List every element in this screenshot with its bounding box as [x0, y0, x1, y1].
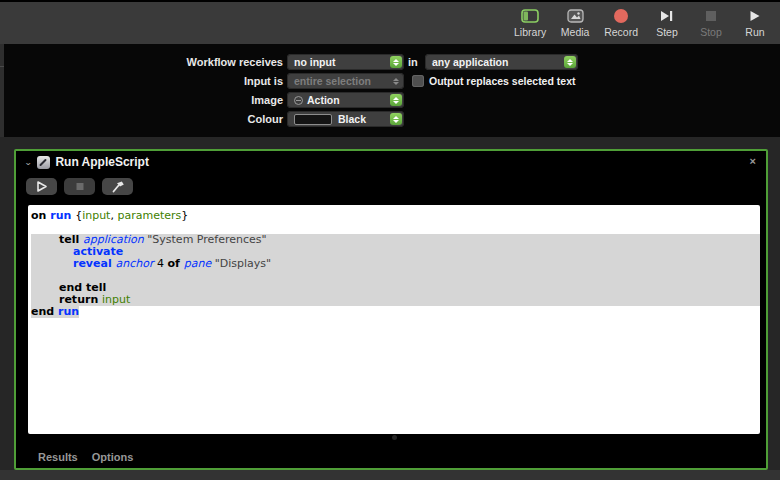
- image-dropdown[interactable]: Action: [287, 92, 404, 108]
- black-swatch-icon: [294, 114, 332, 125]
- output-replaces-checkbox[interactable]: [412, 75, 424, 87]
- run-script-button[interactable]: [26, 178, 57, 195]
- action-title: Run AppleScript: [55, 155, 149, 169]
- image-value: Action: [307, 94, 340, 106]
- disclosure-chevron-icon[interactable]: ⌄: [24, 158, 32, 167]
- colour-value: Black: [338, 113, 366, 125]
- script-controls: [26, 178, 133, 195]
- workflow-receives-row: Workflow receives no input in any applic…: [0, 54, 780, 70]
- workflow-receives-value: no input: [294, 56, 335, 68]
- toolbar-media-button[interactable]: Media: [560, 8, 590, 38]
- toolbar-step-button[interactable]: Step: [652, 8, 682, 38]
- image-label: Image: [0, 92, 283, 108]
- output-replaces-label: Output replaces selected text: [429, 74, 575, 88]
- image-row: Image Action: [0, 92, 780, 108]
- action-footer: Results Options: [38, 451, 133, 463]
- stop-script-button: [64, 178, 95, 195]
- toolbar-run-button[interactable]: Run: [740, 8, 770, 38]
- stepper-icon: [390, 94, 402, 106]
- toolbar-stop-label: Stop: [700, 26, 722, 38]
- compile-script-button[interactable]: [102, 178, 133, 195]
- input-is-dropdown: entire selection: [287, 73, 404, 89]
- toolbar-media-label: Media: [561, 26, 590, 38]
- application-dropdown[interactable]: any application: [425, 54, 578, 70]
- toolbar-library-button[interactable]: Library: [514, 8, 546, 38]
- input-is-label: Input is: [0, 73, 283, 89]
- input-is-row: Input is entire selection Output replace…: [0, 73, 780, 89]
- colour-label: Colour: [0, 111, 283, 127]
- workflow-receives-dropdown[interactable]: no input: [287, 54, 404, 70]
- stop-icon: [72, 180, 88, 193]
- toolbar-record-label: Record: [604, 26, 638, 38]
- resize-handle[interactable]: [392, 435, 397, 440]
- applescript-icon: [37, 156, 50, 169]
- run-icon: [749, 8, 761, 24]
- run-applescript-action: ⌄ Run AppleScript × on run {input, param…: [14, 149, 768, 470]
- stepper-icon: [390, 113, 402, 125]
- toolbar-record-button[interactable]: Record: [604, 8, 638, 38]
- toolbar-library-label: Library: [514, 26, 546, 38]
- code-editor[interactable]: on run {input, parameters} tell applicat…: [28, 205, 760, 434]
- close-action-button[interactable]: ×: [750, 155, 756, 167]
- workflow-receives-label: Workflow receives: [0, 54, 283, 70]
- record-icon: [614, 8, 628, 24]
- media-icon: [567, 8, 584, 24]
- automator-window: Library Media Record Step Stop Run: [0, 0, 780, 480]
- colour-dropdown[interactable]: Black: [287, 111, 404, 127]
- hammer-icon: [110, 180, 126, 193]
- toolbar-stop-button: Stop: [696, 8, 726, 38]
- stepper-icon: [390, 75, 402, 87]
- play-icon: [34, 180, 50, 193]
- toolbar-run-label: Run: [745, 26, 764, 38]
- tab-options[interactable]: Options: [92, 451, 134, 463]
- in-label: in: [408, 54, 418, 70]
- stepper-icon: [564, 56, 576, 68]
- tab-results[interactable]: Results: [38, 451, 78, 463]
- colour-row: Colour Black: [0, 111, 780, 127]
- workflow-options-panel: Workflow receives no input in any applic…: [0, 44, 780, 137]
- step-icon: [660, 8, 674, 24]
- canvas-bottom-strip: [0, 470, 780, 480]
- library-icon: [521, 8, 539, 24]
- action-glyph-icon: [294, 96, 303, 105]
- action-header: ⌄ Run AppleScript: [24, 154, 149, 170]
- toolbar-step-label: Step: [656, 26, 678, 38]
- application-value: any application: [432, 56, 508, 68]
- main-toolbar: Library Media Record Step Stop Run: [0, 2, 780, 44]
- input-is-value: entire selection: [294, 75, 371, 87]
- stop-icon: [706, 8, 716, 24]
- stepper-icon: [390, 56, 402, 68]
